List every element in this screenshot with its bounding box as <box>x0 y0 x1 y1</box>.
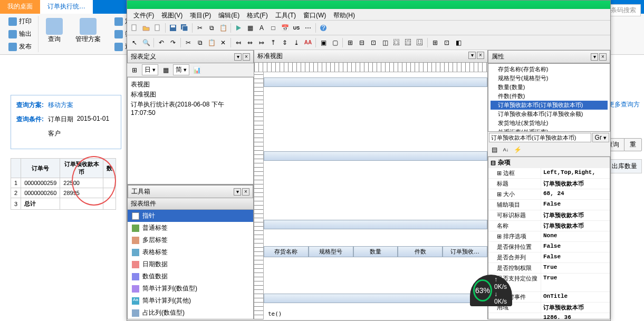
prop-value[interactable]: None <box>541 231 610 241</box>
more-icon[interactable]: ⋯ <box>303 23 313 33</box>
copy-icon[interactable]: ⧉ <box>206 23 217 33</box>
menu-edit[interactable]: 编辑(E) <box>215 10 243 19</box>
export-button[interactable]: 输出 <box>6 28 34 40</box>
run-icon[interactable] <box>233 23 244 33</box>
col-num[interactable]: 数 <box>103 159 116 178</box>
align-left-icon[interactable]: ⤆ <box>233 37 244 48</box>
g3-icon[interactable]: ◧ <box>453 37 464 48</box>
save-icon[interactable] <box>168 23 178 33</box>
prop-value[interactable]: False <box>541 200 610 210</box>
align-bot-icon[interactable]: ⤓ <box>291 37 302 48</box>
pin-icon[interactable]: ▾ <box>591 53 598 61</box>
toolbox-tablelabel[interactable]: 表格标签 <box>128 246 253 258</box>
field-tree-item[interactable]: 规格型号(规格型号) <box>491 74 608 83</box>
label-icon[interactable]: A <box>256 23 267 33</box>
w1-icon[interactable]: ⊞ <box>345 37 355 48</box>
toolbox-number[interactable]: 数值数据 <box>128 270 253 283</box>
delete-icon[interactable]: ✕ <box>218 37 228 48</box>
property-row[interactable]: 名称订单预收款本币 <box>488 221 610 231</box>
us-icon[interactable]: US <box>291 23 302 33</box>
out-qty-col[interactable]: 出库数量 <box>607 159 642 173</box>
new-icon[interactable] <box>129 23 140 33</box>
property-row[interactable]: 标题订单预收款本币 <box>488 179 610 189</box>
type-dropdown[interactable]: Gr ▾ <box>592 133 609 142</box>
rptdef-tree[interactable]: 表视图 标准视图 订单执行统计表(2018-06-08 下午 17:07:50 <box>127 77 254 184</box>
property-row[interactable]: ⊞ 大小68, 24 <box>488 189 610 200</box>
col-prepay[interactable]: 订单预收… <box>443 246 487 257</box>
table-row[interactable]: 1000000025922500 <box>11 178 116 188</box>
band-section2[interactable] <box>264 220 487 229</box>
property-row[interactable]: 是否合并列False <box>488 252 610 263</box>
prop-value[interactable]: True <box>541 274 610 291</box>
tree-item[interactable]: 标准视图 <box>131 90 250 100</box>
toolbox-pointer[interactable]: 指针 <box>128 210 253 222</box>
prop-value[interactable]: OnTitle <box>541 292 610 302</box>
menu-help[interactable]: 帮助(H) <box>330 10 358 19</box>
col-stock[interactable]: 存货名称 <box>264 246 309 257</box>
align-top-icon[interactable]: ⤒ <box>268 37 278 48</box>
col-pcs[interactable]: 件数 <box>398 246 443 257</box>
publish-button[interactable]: 发布 <box>6 41 34 52</box>
property-row[interactable]: 是否控制权限True <box>488 263 610 274</box>
property-row[interactable]: 是否保持位置False <box>488 242 610 252</box>
field-tree-item[interactable]: 存货名称(存货名称) <box>491 65 608 74</box>
table-row[interactable]: 2000000026028995 <box>11 188 116 198</box>
align-center-icon[interactable]: ⇔ <box>245 37 255 48</box>
columns-row[interactable]: 存货名称 规格型号 数量 件数 订单预收… <box>264 246 487 257</box>
toolbox-date[interactable]: 日期数据 <box>128 258 253 270</box>
jian-select[interactable]: 简 ▾ <box>173 64 189 75</box>
open-icon[interactable] <box>141 23 151 33</box>
tree-item[interactable]: 订单执行统计表(2018-06-08 下午 17:07:50 <box>131 100 250 117</box>
undo-icon[interactable]: ↶ <box>156 37 167 48</box>
barcode-search[interactable]: 条码搜索 <box>606 4 641 16</box>
menu-file[interactable]: 文件(F) <box>130 10 157 19</box>
w2-icon[interactable]: ⊟ <box>357 37 367 48</box>
field-tree-item[interactable]: 数量(数量) <box>491 83 608 92</box>
prop-value[interactable]: True <box>541 263 610 273</box>
field-tree-item[interactable]: 订单预收余额本币(订单预收余额) <box>491 110 608 119</box>
plan-button[interactable]: 管理方案 <box>70 16 106 52</box>
property-row[interactable]: 可标识标题订单预收款本币 <box>488 210 610 221</box>
menu-window[interactable]: 窗口(W) <box>300 10 329 19</box>
g2-icon[interactable]: ⊡ <box>441 37 452 48</box>
property-row[interactable]: 辅助项目False <box>488 200 610 210</box>
ri-select[interactable]: 日 ▾ <box>142 64 158 75</box>
band-section[interactable] <box>264 151 487 161</box>
col-prepay[interactable]: 订单预收款本币 <box>60 159 103 178</box>
design-canvas[interactable]: 存货名称 规格型号 数量 件数 订单预收… te() <box>264 72 487 319</box>
g1-icon[interactable]: ⊞ <box>430 37 440 48</box>
w5-icon[interactable]: ⿴ <box>391 37 402 48</box>
col-qty[interactable]: 数量 <box>353 246 398 257</box>
band-footer[interactable] <box>264 294 487 303</box>
prop-value[interactable]: False <box>541 242 610 252</box>
tab-current[interactable]: 订单执行统… <box>40 0 93 14</box>
selected-field-input[interactable] <box>489 133 591 142</box>
saveall-icon[interactable] <box>179 23 190 33</box>
band-header[interactable] <box>264 77 487 87</box>
pin-icon[interactable]: ▾ <box>234 53 242 61</box>
toolbox-calcnum[interactable]: 简单计算列(数值型) <box>128 283 253 295</box>
field-tree-item[interactable]: 发货地址(发货地址) <box>491 119 608 128</box>
prop-value[interactable]: 68, 24 <box>541 189 610 199</box>
close-icon[interactable]: × <box>477 52 484 59</box>
prop-value[interactable]: 订单预收款本币 <box>541 221 610 231</box>
tab-desktop[interactable]: 我的桌面 <box>0 0 40 14</box>
align-right-icon[interactable]: ⤇ <box>256 37 267 48</box>
close-icon[interactable]: × <box>243 53 250 61</box>
toolbox-ratio[interactable]: 占比列(数值型) <box>128 307 253 319</box>
prop-value[interactable]: 订单预收款本币 <box>541 179 610 189</box>
close-icon[interactable]: × <box>242 188 249 196</box>
menu-tools[interactable]: 工具(T) <box>272 10 299 19</box>
az-icon[interactable]: A↓ <box>501 144 511 155</box>
back-icon[interactable]: ▢ <box>330 37 340 48</box>
redo-icon[interactable]: ↷ <box>168 37 178 48</box>
tree-item[interactable]: 表视图 <box>131 80 250 90</box>
toolbox-calcother[interactable]: Aa简单计算列(其他) <box>128 295 253 307</box>
align-mid-icon[interactable]: ⇕ <box>280 37 290 48</box>
dropdown-icon[interactable]: ▾ <box>468 52 476 59</box>
more-query[interactable]: 更多查询方 <box>608 100 640 109</box>
aa-icon[interactable]: AA <box>303 37 313 48</box>
w6-icon[interactable]: ⿵ <box>403 37 414 48</box>
menu-view[interactable]: 视图(V) <box>158 10 186 19</box>
col-spec[interactable]: 规格型号 <box>309 246 353 257</box>
